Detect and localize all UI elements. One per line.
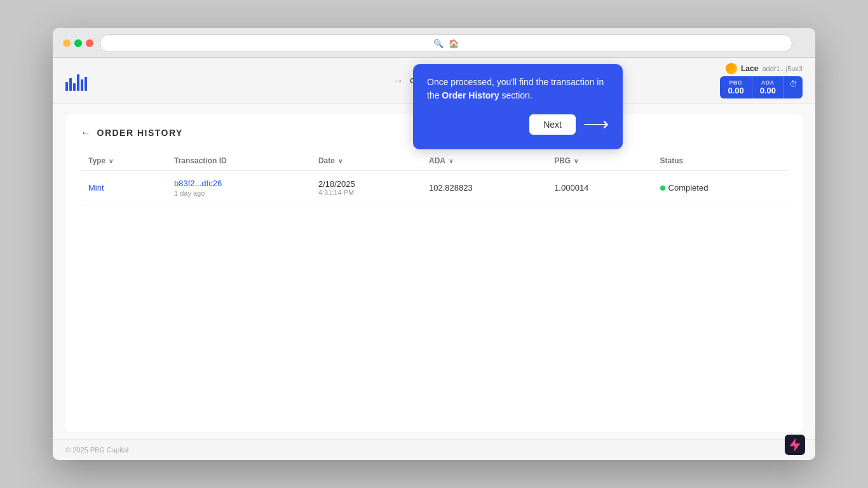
main-content: ← ORDER HISTORY Type ∨ Transaction ID [53, 104, 815, 439]
col-pbg[interactable]: PBG ∨ [546, 151, 652, 171]
wallet-header: Lace addr1...j5ux3 [726, 63, 803, 74]
cell-status: Completed [653, 171, 787, 205]
sort-date-icon: ∨ [338, 158, 342, 165]
col-type-label: Type [88, 156, 105, 165]
window-controls [63, 39, 93, 47]
bar-3 [73, 83, 76, 91]
page-container: ← ORDER HISTORY Type ∨ Transaction ID [65, 114, 803, 432]
bar-2 [69, 78, 72, 91]
status-dot-icon [660, 186, 665, 191]
cell-date: 2/18/2025 4:31:14 PM [311, 171, 421, 205]
status-text: Completed [668, 183, 709, 193]
logo-area [65, 71, 87, 91]
order-table: Type ∨ Transaction ID Date ∨ ADA ∨ [81, 151, 787, 205]
wallet-avatar [726, 63, 737, 74]
bar-5 [81, 79, 83, 91]
nav-arrow-icon: → [392, 74, 403, 88]
pbg-amount: 1.000014 [554, 183, 588, 193]
ada-value: 0.00 [760, 86, 776, 95]
tooltip-footer: Next ⟶ [427, 111, 609, 138]
bar-4 [77, 74, 79, 91]
tx-sub-text: 1 day ago [174, 189, 303, 197]
cell-ada: 102.828823 [421, 171, 546, 205]
tooltip-bold: Order History [442, 90, 499, 100]
browser-chrome: 🔍 🏠 [53, 28, 815, 58]
back-arrow-button[interactable]: ← [81, 127, 92, 139]
table-body: Mint b83f2...dfc26 1 day ago 2/18/2025 4… [81, 171, 787, 205]
date-value: 2/18/2025 [318, 179, 414, 189]
tooltip-text-after: section. [499, 90, 532, 100]
type-value[interactable]: Mint [88, 183, 104, 193]
col-status-label: Status [660, 156, 684, 165]
ada-amount: 102.828823 [429, 183, 473, 193]
pbg-label: PBG [728, 79, 743, 86]
browser-window: 🔍 🏠 Once processed, you'll find the tran… [53, 28, 815, 460]
ada-balance: ADA 0.00 [752, 76, 784, 98]
bar-1 [65, 82, 68, 91]
table-row: Mint b83f2...dfc26 1 day ago 2/18/2025 4… [81, 171, 787, 205]
wallet-widget: Lace addr1...j5ux3 PBG 0.00 ADA 0.00 ⏱ [720, 63, 803, 98]
date-sub-value: 4:31:14 PM [318, 189, 414, 196]
ada-label: ADA [760, 79, 776, 86]
col-type[interactable]: Type ∨ [81, 151, 166, 171]
wallet-address: addr1...j5ux3 [762, 65, 803, 72]
maximize-button[interactable] [74, 39, 82, 47]
footer: © 2025 PBG Capital [53, 439, 815, 460]
wallet-name: Lace [741, 64, 758, 73]
minimize-button[interactable] [63, 39, 71, 47]
tx-link[interactable]: b83f2...dfc26 [174, 179, 222, 188]
sort-pbg-icon: ∨ [574, 158, 578, 165]
cell-pbg: 1.000014 [546, 171, 652, 205]
pbg-balance: PBG 0.00 [720, 76, 752, 98]
home-icon: 🏠 [449, 39, 459, 48]
col-date-label: Date [318, 156, 335, 165]
sort-type-icon: ∨ [109, 158, 113, 165]
clock-icon[interactable]: ⏱ [784, 76, 803, 98]
col-date[interactable]: Date ∨ [311, 151, 421, 171]
tooltip-arrow-icon: ⟶ [583, 111, 609, 138]
cell-type: Mint [81, 171, 166, 205]
tooltip-text: Once processed, you'll find the transact… [427, 76, 609, 102]
cell-tx-id: b83f2...dfc26 1 day ago [166, 171, 311, 205]
page-title: ORDER HISTORY [97, 128, 183, 138]
col-ada-label: ADA [429, 156, 445, 165]
pbg-value: 0.00 [728, 86, 743, 95]
status-badge: Completed [660, 183, 780, 193]
col-status: Status [653, 151, 787, 171]
col-pbg-label: PBG [554, 156, 571, 165]
col-tx-label: Transaction ID [174, 156, 227, 165]
sort-ada-icon: ∨ [449, 158, 453, 165]
brand-icon [785, 435, 805, 455]
tooltip-overlay: Once processed, you'll find the transact… [413, 64, 623, 149]
col-ada[interactable]: ADA ∨ [421, 151, 546, 171]
address-bar[interactable]: 🔍 🏠 [100, 34, 792, 52]
table-header: Type ∨ Transaction ID Date ∨ ADA ∨ [81, 151, 787, 171]
logo-bars [65, 71, 87, 91]
top-nav: Once processed, you'll find the transact… [53, 58, 815, 104]
col-tx-id: Transaction ID [166, 151, 311, 171]
brand-svg [789, 438, 801, 452]
next-button[interactable]: Next [529, 114, 576, 135]
wallet-balances: PBG 0.00 ADA 0.00 ⏱ [720, 76, 803, 98]
close-button[interactable] [86, 39, 93, 47]
search-icon: 🔍 [433, 39, 444, 48]
bar-6 [85, 77, 87, 91]
copyright-text: © 2025 PBG Capital [65, 446, 128, 454]
